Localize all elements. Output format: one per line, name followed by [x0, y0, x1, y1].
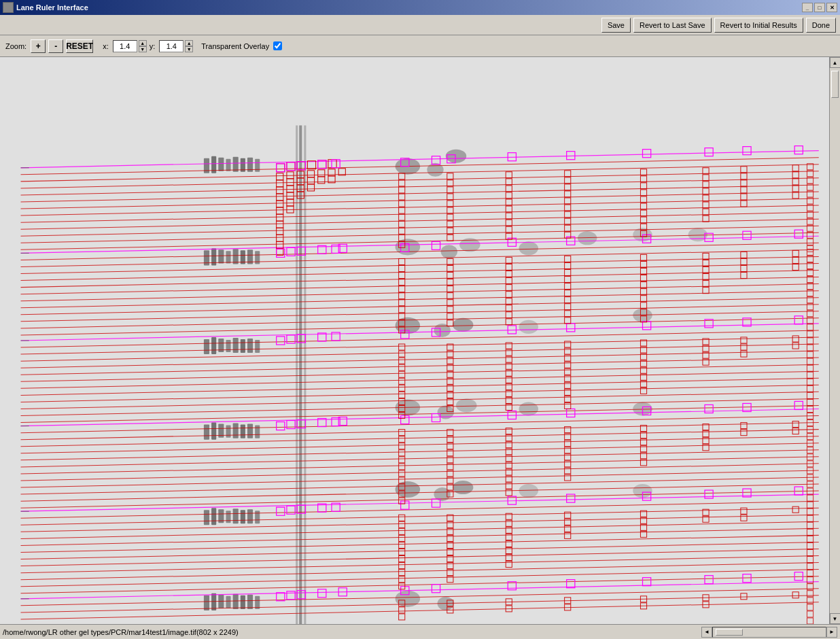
y-spin-buttons: ▲ ▼ — [185, 40, 193, 52]
x-spin-buttons: ▲ ▼ — [139, 40, 147, 52]
scroll-up-arrow[interactable]: ▲ — [830, 57, 841, 68]
zoom-plus-button[interactable]: + — [31, 39, 46, 53]
overlay-checkbox[interactable] — [273, 41, 282, 50]
scroll-left-arrow[interactable]: ◄ — [701, 627, 712, 638]
minimize-button[interactable]: _ — [802, 3, 813, 12]
y-spin-down[interactable]: ▼ — [185, 46, 193, 52]
title-bar-title: Lane Ruler Interface — [16, 3, 88, 12]
x-spin-down[interactable]: ▼ — [139, 46, 147, 52]
y-value-input[interactable] — [159, 40, 183, 52]
status-bar: /home/rwong/LR other gel types/PCR/mar14… — [0, 624, 840, 639]
x-label: x: — [103, 42, 109, 50]
y-input-group: ▲ ▼ — [159, 40, 193, 52]
gel-background — [0, 57, 829, 624]
status-text: /home/rwong/LR other gel types/PCR/mar14… — [3, 628, 701, 636]
scroll-track-vertical[interactable] — [830, 68, 840, 613]
scroll-right-arrow[interactable]: ► — [826, 627, 837, 638]
horizontal-scrollbar[interactable]: ◄ ► — [701, 627, 837, 638]
x-input-group: ▲ ▼ — [113, 40, 147, 52]
close-button[interactable]: ✕ — [826, 3, 837, 12]
done-button[interactable]: Done — [806, 18, 836, 33]
x-spin-up[interactable]: ▲ — [139, 40, 147, 46]
overlay-label: Transparent Overlay — [201, 42, 269, 50]
x-value-input[interactable] — [113, 40, 137, 52]
title-bar: Lane Ruler Interface _ □ ✕ — [0, 0, 840, 15]
zoom-label: Zoom: — [5, 42, 27, 50]
main-area: ▲ ▼ — [0, 57, 840, 624]
y-spin-up[interactable]: ▲ — [185, 40, 193, 46]
scroll-thumb-horizontal[interactable] — [716, 629, 743, 636]
maximize-button[interactable]: □ — [814, 3, 825, 12]
title-bar-controls: _ □ ✕ — [802, 3, 837, 12]
scroll-thumb-vertical[interactable] — [831, 71, 839, 98]
scroll-track-horizontal[interactable] — [712, 627, 826, 638]
canvas-container[interactable] — [0, 57, 829, 624]
save-button[interactable]: Save — [601, 18, 631, 33]
zoom-reset-button[interactable]: RESET — [66, 39, 93, 53]
revert-last-button[interactable]: Revert to Last Save — [633, 18, 712, 33]
y-label: y: — [150, 42, 156, 50]
zoom-minus-button[interactable]: - — [48, 39, 63, 53]
scroll-down-arrow[interactable]: ▼ — [830, 613, 841, 624]
toolbar: Save Revert to Last Save Revert to Initi… — [0, 15, 840, 35]
revert-initial-button[interactable]: Revert to Initial Results — [714, 18, 803, 33]
zoom-bar: Zoom: + - RESET x: ▲ ▼ y: ▲ ▼ Transparen… — [0, 35, 840, 57]
vertical-scrollbar[interactable]: ▲ ▼ — [829, 57, 840, 624]
title-bar-icon — [3, 2, 14, 13]
